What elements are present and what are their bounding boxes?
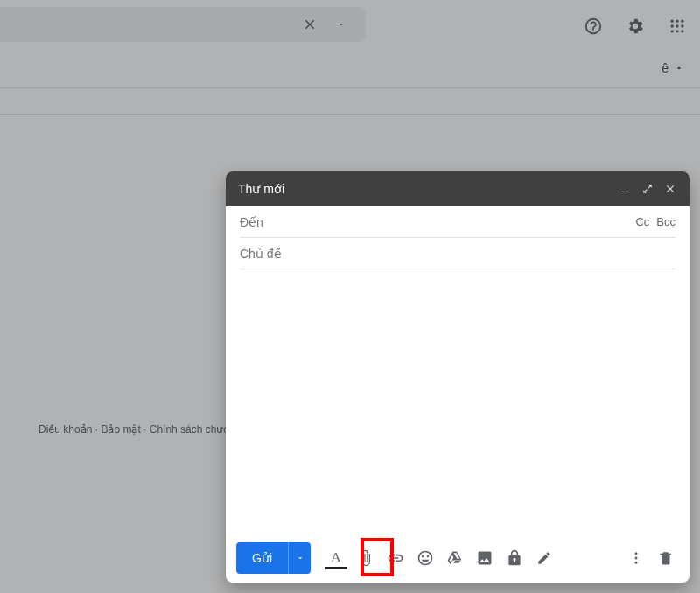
send-options-dropdown[interactable] [288,542,311,574]
discard-draft-icon[interactable] [653,542,679,574]
cc-toggle[interactable]: Cc [635,215,649,228]
to-field-row[interactable]: Đến Cc Bcc [240,206,676,238]
compose-toolbar: Gửi A [226,534,690,583]
svg-point-10 [635,552,638,555]
to-label: Đến [240,215,263,229]
formatting-options-icon[interactable]: A [323,542,349,574]
insert-drive-icon[interactable] [442,542,468,574]
subject-field-row[interactable]: Chủ đề [240,238,676,269]
compose-header[interactable]: Thư mới [226,171,690,206]
compose-title: Thư mới [238,182,284,196]
subject-placeholder: Chủ đề [240,247,282,261]
more-options-icon[interactable] [623,542,649,574]
confidential-mode-icon[interactable] [501,542,528,574]
svg-point-12 [635,562,638,564]
fullscreen-icon[interactable] [640,182,654,196]
insert-emoji-icon[interactable] [412,542,438,574]
insert-photo-icon[interactable] [472,542,498,574]
minimize-icon[interactable] [618,182,632,196]
svg-rect-9 [621,192,628,192]
insert-signature-icon[interactable] [531,542,557,574]
bcc-toggle[interactable]: Bcc [656,215,676,228]
send-button[interactable]: Gửi [236,542,288,574]
send-button-group: Gửi [236,542,311,574]
insert-link-icon[interactable] [382,542,409,574]
compose-dialog: Thư mới Đến Cc Bcc Chủ đề Gửi [226,171,690,583]
message-body-editor[interactable] [240,269,676,534]
svg-point-11 [635,557,638,560]
attach-file-icon[interactable] [353,542,379,574]
close-icon[interactable] [663,182,677,196]
